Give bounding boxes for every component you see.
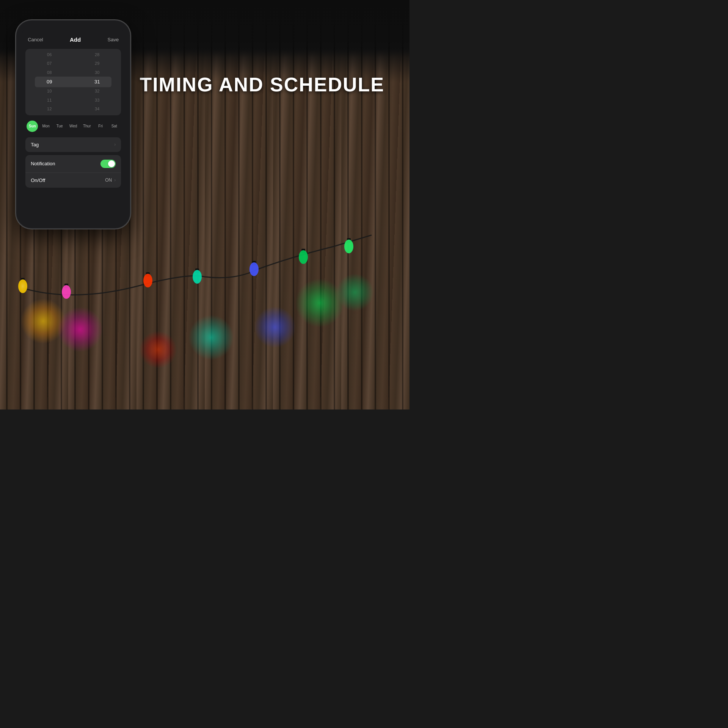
hour-10: 10 [25,87,73,96]
glow-blue [254,306,296,348]
phone-notch [62,26,85,33]
notification-row: Notification [25,155,121,173]
min-34: 34 [73,105,121,113]
tag-row[interactable]: Tag › [25,137,121,152]
minutes-column[interactable]: 28 29 30 31 32 33 34 [73,50,121,114]
hour-07: 07 [25,59,73,68]
day-sat[interactable]: Sat [108,121,120,132]
onoff-value: ON [105,177,112,183]
hour-06: 06 [25,50,73,59]
min-29: 29 [73,59,121,68]
toggle-knob [108,160,115,167]
onoff-chevron-icon: › [114,177,116,183]
heading-text: TIMING AND SCHEDULE [140,74,384,96]
onoff-row[interactable]: On/Off ON › [25,173,121,188]
time-picker[interactable]: 06 07 08 09 10 11 12 28 29 30 31 32 [25,49,121,115]
glow-cyan [188,315,234,360]
day-sun[interactable]: Sun [27,121,38,132]
onoff-value-area: ON › [105,177,116,183]
min-30: 30 [73,68,121,77]
min-33: 33 [73,96,121,105]
day-mon[interactable]: Mon [40,121,52,132]
time-picker-inner: 06 07 08 09 10 11 12 28 29 30 31 32 [25,50,121,114]
onoff-label: On/Off [31,177,45,183]
notification-label: Notification [31,161,55,166]
day-wed[interactable]: Wed [67,121,79,132]
tag-section: Tag › [25,137,121,152]
hour-09-selected: 09 [25,77,73,87]
page-title: Add [70,36,81,43]
heading: TIMING AND SCHEDULE [135,74,389,96]
tag-label: Tag [31,142,39,147]
cancel-button[interactable]: Cancel [28,37,43,42]
day-tue[interactable]: Tue [54,121,65,132]
glow-red [139,331,177,369]
glow-magenta [57,307,103,352]
phone-outer: Cancel Add Save 06 07 08 09 10 11 12 [16,20,130,228]
save-button[interactable]: Save [108,37,119,42]
hour-12: 12 [25,105,73,113]
min-31-selected: 31 [73,77,121,87]
glow-green2 [336,273,374,311]
hour-08: 08 [25,68,73,77]
day-fri[interactable]: Fri [95,121,106,132]
day-thur[interactable]: Thur [81,121,93,132]
notification-toggle[interactable] [100,160,116,168]
min-28: 28 [73,50,121,59]
hours-column[interactable]: 06 07 08 09 10 11 12 [25,50,73,114]
phone-screen: Cancel Add Save 06 07 08 09 10 11 12 [22,26,125,223]
tag-chevron-area: › [114,142,116,147]
days-row: Sun Mon Tue Wed Thur Fri Sat [22,117,125,136]
tag-chevron-icon: › [114,142,116,147]
settings-section: Notification On/Off ON › [25,155,121,188]
phone-mockup: Cancel Add Save 06 07 08 09 10 11 12 [16,20,130,228]
min-32: 32 [73,87,121,96]
hour-11: 11 [25,96,73,105]
